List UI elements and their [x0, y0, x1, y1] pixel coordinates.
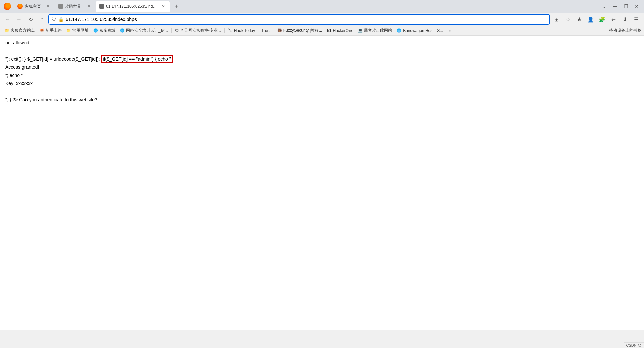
tab-title-2: 攻防世界 — [65, 4, 84, 9]
address-bar-text: 61.147.171.105:62535/index.phps — [66, 17, 137, 22]
not-allowed-text: not allowed! — [5, 40, 31, 45]
tab-favicon-2 — [58, 4, 63, 9]
bookmark-firefox-official[interactable]: 📁 火狐官方站点 — [3, 27, 37, 34]
menu-button[interactable]: ☰ — [631, 14, 641, 24]
restore-button[interactable]: ❐ — [621, 2, 631, 11]
bookmark-new-user[interactable]: 🦊 新手上路 — [38, 27, 64, 34]
status-text: CSDN @ — [626, 343, 641, 347]
new-tab-button[interactable]: + — [172, 2, 181, 11]
extensions-icon[interactable]: 🧩 — [597, 14, 607, 24]
content-line-blank-1 — [5, 47, 639, 54]
bookmarks-bar: 📁 火狐官方站点 🦊 新手上路 📁 常用网址 🌐 京东商城 🌐 网络安全培训认证… — [0, 26, 644, 36]
bookmark-fuzzysecurity[interactable]: 🐻 FuzzySecurity |教程... — [275, 27, 324, 34]
access-granted-text: Access granted! — [5, 64, 39, 70]
content-line-6: "; } ?> Can you anthenticate to this web… — [5, 96, 639, 103]
bookmark-label: 常用网址 — [72, 28, 89, 33]
hacker-icon: 💻 — [358, 28, 363, 33]
bookmark-label: 合天网安实验室-专业... — [180, 28, 221, 33]
globe-icon-2: 🌐 — [120, 28, 125, 33]
url-host: 61.147.171.105 — [66, 17, 98, 22]
echo-text: "; echo " — [5, 73, 23, 78]
forward-button[interactable]: → — [14, 14, 24, 24]
bookmark-star-filled[interactable]: ★ — [574, 14, 584, 24]
bookmark-label: 网络安全培训认证_信... — [126, 28, 168, 33]
shield-icon: 🛡 — [52, 17, 56, 22]
content-line-1: not allowed! — [5, 39, 639, 46]
back-button[interactable]: ← — [3, 14, 13, 24]
tab-favicon-1 — [17, 4, 23, 9]
tab-bar-right-controls: ⌄ ─ ❐ ✕ — [600, 2, 641, 11]
bookmark-star-button[interactable]: ☆ — [563, 14, 573, 24]
bookmark-separator — [171, 28, 172, 33]
home-button[interactable]: ⌂ — [37, 14, 47, 24]
minimize-button[interactable]: ─ — [610, 2, 620, 11]
bookmark-label: 新手上路 — [46, 28, 62, 33]
content-line-4: "; echo " — [5, 72, 639, 79]
bookmark-security-training[interactable]: 🌐 网络安全培训认证_信... — [118, 27, 170, 34]
lock-icon: 🔒 — [58, 17, 64, 22]
bookmark-common-sites[interactable]: 📁 常用网址 — [64, 27, 91, 34]
account-icon[interactable]: 👤 — [586, 14, 596, 24]
bookmark-label: Bandwagon Host - S... — [403, 28, 443, 33]
shield-bookmark-icon: 🛡 — [175, 29, 179, 33]
bookmark-label: Hack Today — The ... — [234, 28, 273, 33]
key-text: Key: xxxxxxx — [5, 81, 33, 86]
browser-logo — [3, 2, 12, 11]
bookmark-label: 京东商城 — [99, 28, 115, 33]
globe-icon: 🌐 — [93, 28, 98, 33]
bookmark-label: 黑客攻击此网站 — [364, 28, 392, 33]
tab-close-3[interactable]: ✕ — [160, 3, 166, 9]
address-bar-container[interactable]: 🛡 🔒 61.147.171.105:62535/index.phps — [48, 14, 550, 25]
close-window-button[interactable]: ✕ — [632, 2, 641, 11]
content-line-blank-2 — [5, 88, 639, 95]
bookmark-separator-2 — [224, 28, 225, 33]
bookmark-hackerone[interactable]: h1 HackerOne — [325, 28, 355, 34]
globe-icon-3: 🌐 — [397, 28, 401, 33]
bookmark-jd[interactable]: 🌐 京东商城 — [91, 27, 117, 34]
bookmark-blackhat[interactable]: 💻 黑客攻击此网站 — [356, 27, 394, 34]
url-port-path: :62535/index.phps — [98, 17, 137, 22]
bookmark-label: 火狐官方站点 — [11, 28, 35, 33]
tab-close-2[interactable]: ✕ — [86, 3, 92, 9]
page-content: not allowed! "); exit(); } $_GET[id] = u… — [0, 36, 644, 330]
highlight-box-code: if($_GET[id] == "admin") { echo " — [101, 55, 172, 63]
tab-bar: 火狐主页 ✕ 攻防世界 ✕ 61.147.171.105:62535/index… — [0, 0, 644, 13]
folder-icon: 📁 — [5, 28, 9, 33]
nav-right-controls: ⊞ ☆ ★ 👤 🧩 ↩ ⬇ ☰ — [551, 14, 641, 24]
tab-favicon-3 — [99, 4, 104, 9]
bookmark-bandwagon[interactable]: 🌐 Bandwagon Host - S... — [395, 28, 445, 34]
bookmark-hacktoday[interactable]: 🔪 Hack Today — The ... — [226, 28, 275, 34]
knife-icon: 🔪 — [228, 28, 233, 33]
status-bar: CSDN @ — [624, 342, 644, 348]
fox-bookmark-icon: 🦊 — [40, 28, 44, 33]
container-icon[interactable]: ⊞ — [551, 14, 561, 24]
tab-close-1[interactable]: ✕ — [45, 3, 51, 9]
question-text: "; } ?> Can you anthenticate to this web… — [5, 97, 97, 102]
line2-before: "); exit(); } $_GET[id] = urldecode($_GE… — [5, 56, 101, 62]
tab-title-3: 61.147.171.105:62535/index.phps — [106, 4, 158, 9]
browser-window: 火狐主页 ✕ 攻防世界 ✕ 61.147.171.105:62535/index… — [0, 0, 644, 330]
bookmark-label: HackerOne — [333, 28, 353, 33]
tab-attack-world[interactable]: 攻防世界 ✕ — [55, 1, 95, 12]
bookmark-label: FuzzySecurity |教程... — [283, 28, 322, 33]
mobile-bookmarks-label: 移动设备上的书签 — [609, 28, 641, 33]
undo-icon[interactable]: ↩ — [608, 14, 619, 24]
folder-icon-2: 📁 — [66, 28, 71, 33]
bookmarks-mobile[interactable]: 移动设备上的书签 — [609, 28, 641, 33]
content-line-2: "); exit(); } $_GET[id] = urldecode($_GE… — [5, 55, 639, 63]
bookmarks-more-button[interactable]: » — [446, 27, 454, 35]
download-icon[interactable]: ⬇ — [620, 14, 630, 24]
h1-icon: h1 — [327, 28, 331, 33]
bookmark-hetian[interactable]: 🛡 合天网安实验室-专业... — [173, 27, 223, 34]
reload-button[interactable]: ↻ — [25, 14, 36, 24]
content-line-5: Key: xxxxxxx — [5, 80, 639, 87]
tab-active-page[interactable]: 61.147.171.105:62535/index.phps ✕ — [96, 1, 170, 12]
bear-icon: 🐻 — [277, 28, 282, 33]
tab-firefox-home[interactable]: 火狐主页 ✕ — [14, 1, 54, 12]
content-line-3: Access granted! — [5, 63, 639, 71]
tab-title-1: 火狐主页 — [25, 4, 43, 9]
nav-bar: ← → ↻ ⌂ 🛡 🔒 61.147.171.105:62535/index.p… — [0, 13, 644, 26]
firefox-logo-icon — [4, 3, 11, 10]
tab-list-button[interactable]: ⌄ — [600, 2, 609, 11]
